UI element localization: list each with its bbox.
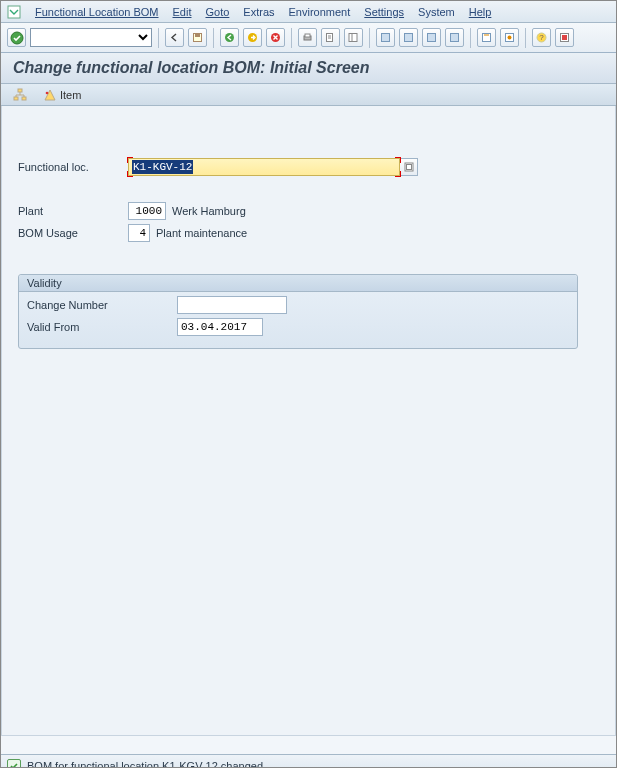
validity-group: Validity Change Number Valid From xyxy=(18,274,578,349)
status-check-icon xyxy=(7,759,21,769)
menu-bar: Functional Location BOM Edit Goto Extras… xyxy=(1,1,616,23)
standard-toolbar: ? xyxy=(1,23,616,53)
svg-rect-15 xyxy=(451,34,459,42)
toolbar-separator xyxy=(525,28,526,48)
menu-item-system[interactable]: System xyxy=(418,6,455,18)
svg-rect-0 xyxy=(8,6,20,18)
back-button[interactable] xyxy=(165,28,184,47)
svg-rect-13 xyxy=(405,34,413,42)
funcloc-field-wrapper: K1-KGV-12 xyxy=(128,158,418,176)
shortcut-button[interactable] xyxy=(500,28,519,47)
help-button[interactable]: ? xyxy=(532,28,551,47)
exit-button[interactable] xyxy=(243,28,262,47)
svg-rect-14 xyxy=(428,34,436,42)
new-session-button[interactable] xyxy=(477,28,496,47)
header-button[interactable] xyxy=(9,87,31,103)
cancel-button[interactable] xyxy=(266,28,285,47)
back-green-button[interactable] xyxy=(220,28,239,47)
customize-button[interactable] xyxy=(555,28,574,47)
svg-rect-23 xyxy=(18,89,22,92)
svg-rect-11 xyxy=(352,34,357,42)
svg-rect-24 xyxy=(14,97,18,100)
funcloc-input[interactable] xyxy=(128,158,400,176)
item-icon xyxy=(43,88,57,102)
svg-rect-25 xyxy=(22,97,26,100)
item-label: Item xyxy=(60,89,81,101)
page-title: Change functional location BOM: Initial … xyxy=(1,53,616,84)
usage-label: BOM Usage xyxy=(18,227,128,239)
change-number-input[interactable] xyxy=(177,296,287,314)
funcloc-label: Functional loc. xyxy=(18,161,128,173)
content-area: Functional loc. K1-KGV-12 Plant Werk Ham… xyxy=(1,106,616,768)
menu-item-goto[interactable]: Goto xyxy=(205,6,229,18)
menu-item-environment[interactable]: Environment xyxy=(289,6,351,18)
svg-point-18 xyxy=(508,36,512,40)
svg-rect-12 xyxy=(382,34,390,42)
print-button[interactable] xyxy=(298,28,317,47)
menu-item-funcloc-bom[interactable]: Functional Location BOM xyxy=(35,6,159,18)
toolbar-separator xyxy=(470,28,471,48)
toolbar-separator xyxy=(369,28,370,48)
sap-menu-icon[interactable] xyxy=(7,5,21,19)
command-select[interactable] xyxy=(30,28,152,47)
menu-item-settings[interactable]: Settings xyxy=(364,6,404,18)
svg-text:?: ? xyxy=(539,33,544,42)
last-page-button[interactable] xyxy=(445,28,464,47)
svg-rect-28 xyxy=(406,165,411,170)
svg-rect-8 xyxy=(305,34,310,37)
plant-input[interactable] xyxy=(128,202,166,220)
toolbar-separator xyxy=(158,28,159,48)
svg-point-26 xyxy=(46,91,49,94)
status-bar: BOM for functional location K1-KGV-12 ch… xyxy=(1,754,616,768)
svg-rect-3 xyxy=(195,34,200,37)
change-number-label: Change Number xyxy=(27,299,177,311)
menu-item-extras[interactable]: Extras xyxy=(243,6,274,18)
enter-button[interactable] xyxy=(7,28,26,47)
prev-page-button[interactable] xyxy=(399,28,418,47)
command-field[interactable] xyxy=(30,28,152,47)
valid-from-label: Valid From xyxy=(27,321,177,333)
menu-item-edit[interactable]: Edit xyxy=(173,6,192,18)
funcloc-f4-button[interactable] xyxy=(400,158,418,176)
save-button[interactable] xyxy=(188,28,207,47)
valid-from-input[interactable] xyxy=(177,318,263,336)
status-message: BOM for functional location K1-KGV-12 ch… xyxy=(27,760,263,769)
first-page-button[interactable] xyxy=(376,28,395,47)
plant-label: Plant xyxy=(18,205,128,217)
usage-input[interactable] xyxy=(128,224,150,242)
svg-point-4 xyxy=(225,33,234,42)
svg-rect-22 xyxy=(562,35,567,40)
item-button[interactable]: Item xyxy=(39,87,85,103)
find-next-button[interactable] xyxy=(344,28,363,47)
plant-desc: Werk Hamburg xyxy=(172,205,246,217)
validity-title: Validity xyxy=(19,275,577,292)
hierarchy-icon xyxy=(13,88,27,102)
find-button[interactable] xyxy=(321,28,340,47)
toolbar-separator xyxy=(213,28,214,48)
menu-item-help[interactable]: Help xyxy=(469,6,492,18)
usage-desc: Plant maintenance xyxy=(156,227,247,239)
application-toolbar: Item xyxy=(1,84,616,106)
toolbar-separator xyxy=(291,28,292,48)
next-page-button[interactable] xyxy=(422,28,441,47)
